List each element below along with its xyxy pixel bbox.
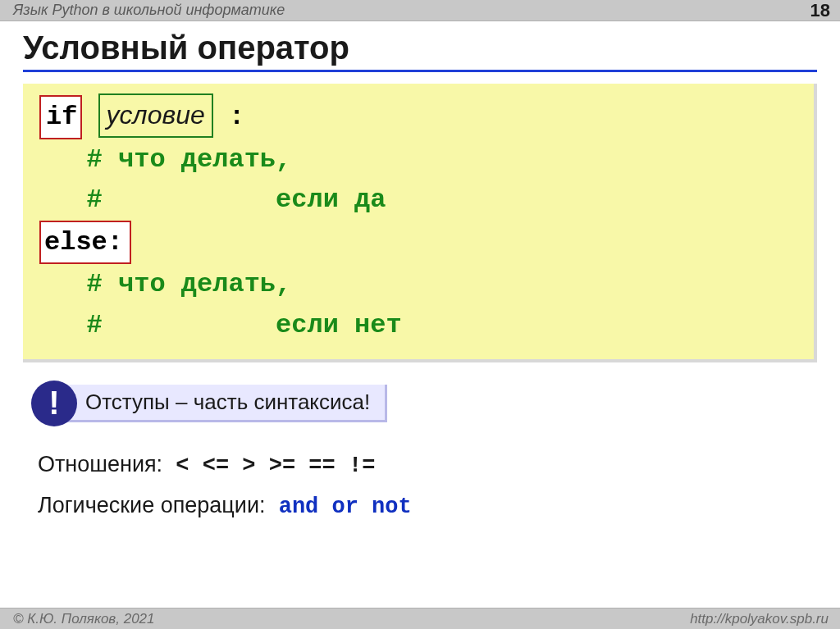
code-comment-no-2: # если нет — [39, 305, 797, 346]
header-title: Язык Python в школьной информатике — [13, 2, 285, 19]
code-line-else: else: — [39, 221, 797, 265]
code-line-if: if условие : — [39, 93, 797, 139]
footer-bar: © К.Ю. Поляков, 2021 http://kpolyakov.sp… — [0, 608, 840, 629]
header-bar: Язык Python в школьной информатике 18 — [0, 0, 840, 21]
exclamation-icon: ! — [31, 381, 77, 426]
operators-block: Отношения: < <= > >= == != Логические оп… — [38, 444, 817, 527]
logic-not: not — [358, 495, 412, 519]
logic-and: and — [265, 495, 318, 519]
logic-or: or — [318, 495, 358, 519]
logic-label: Логические операции: — [38, 493, 265, 517]
condition-placeholder: условие — [98, 93, 213, 138]
code-comment-yes-1: # что делать, — [39, 139, 797, 180]
colon: : — [213, 102, 244, 132]
relations-line: Отношения: < <= > >= == != — [38, 444, 817, 486]
relations-ops: < <= > >= == != — [162, 454, 375, 478]
slide-content: Условный оператор if условие : # что дел… — [0, 21, 840, 527]
footer-url: http://kpolyakov.spb.ru — [690, 611, 829, 627]
code-comment-yes-2: # если да — [39, 180, 797, 221]
footer-copyright: © К.Ю. Поляков, 2021 — [13, 611, 155, 627]
code-block: if условие : # что делать, # если да els… — [23, 84, 817, 362]
keyword-else: else: — [39, 221, 131, 265]
code-comment-no-1: # что делать, — [39, 264, 797, 305]
logic-line: Логические операции: and or not — [38, 485, 817, 527]
keyword-if: if — [39, 95, 82, 139]
note-row: ! Отступы – часть синтаксиса! — [31, 381, 817, 426]
note-box: Отступы – часть синтаксиса! — [61, 385, 387, 422]
slide-title: Условный оператор — [23, 30, 817, 72]
page-number: 18 — [810, 0, 830, 21]
relations-label: Отношения: — [38, 452, 162, 476]
